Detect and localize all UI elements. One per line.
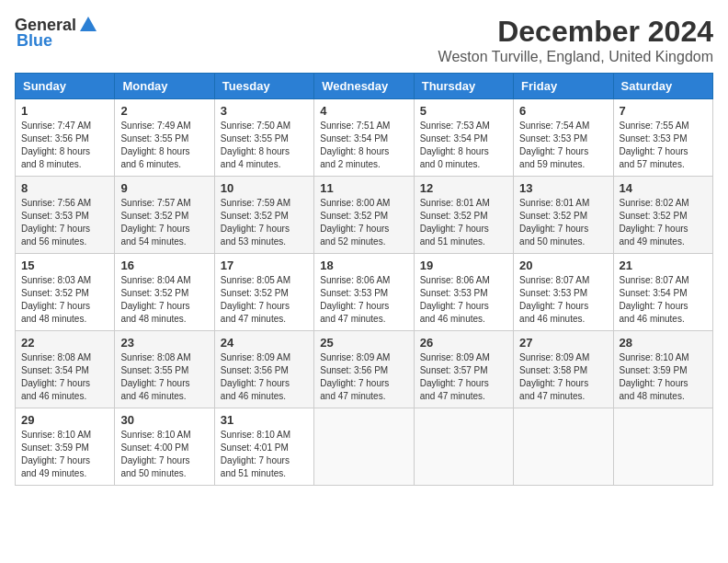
calendar-cell: 3Sunrise: 7:50 AM Sunset: 3:55 PM Daylig… bbox=[214, 99, 313, 177]
calendar-cell: 19Sunrise: 8:06 AM Sunset: 3:53 PM Dayli… bbox=[414, 254, 513, 331]
day-info: Sunrise: 8:10 AM Sunset: 4:01 PM Dayligh… bbox=[221, 429, 308, 480]
day-info: Sunrise: 8:05 AM Sunset: 3:52 PM Dayligh… bbox=[221, 274, 308, 326]
day-number: 25 bbox=[320, 336, 407, 350]
calendar-cell bbox=[414, 408, 513, 486]
calendar-cell: 8Sunrise: 7:56 AM Sunset: 3:53 PM Daylig… bbox=[16, 177, 115, 254]
calendar-week-row: 15Sunrise: 8:03 AM Sunset: 3:52 PM Dayli… bbox=[16, 254, 713, 331]
calendar-cell: 20Sunrise: 8:07 AM Sunset: 3:53 PM Dayli… bbox=[514, 254, 613, 331]
calendar-cell bbox=[514, 408, 613, 486]
day-info: Sunrise: 8:10 AM Sunset: 4:00 PM Dayligh… bbox=[120, 429, 208, 480]
calendar-cell bbox=[314, 408, 414, 486]
calendar-cell: 26Sunrise: 8:09 AM Sunset: 3:57 PM Dayli… bbox=[414, 331, 513, 408]
day-info: Sunrise: 8:09 AM Sunset: 3:58 PM Dayligh… bbox=[519, 351, 607, 403]
calendar-cell: 29Sunrise: 8:10 AM Sunset: 3:59 PM Dayli… bbox=[16, 408, 115, 486]
day-info: Sunrise: 7:55 AM Sunset: 3:53 PM Dayligh… bbox=[620, 120, 707, 171]
day-info: Sunrise: 8:00 AM Sunset: 3:52 PM Dayligh… bbox=[320, 197, 407, 248]
day-info: Sunrise: 8:02 AM Sunset: 3:52 PM Dayligh… bbox=[620, 197, 707, 248]
calendar-weekday-sunday: Sunday bbox=[16, 74, 115, 99]
calendar-cell: 21Sunrise: 8:07 AM Sunset: 3:54 PM Dayli… bbox=[613, 254, 712, 331]
calendar-cell: 11Sunrise: 8:00 AM Sunset: 3:52 PM Dayli… bbox=[314, 177, 414, 254]
day-number: 13 bbox=[519, 181, 607, 195]
title-block: December 2024 Weston Turville, England, … bbox=[438, 15, 713, 65]
calendar-cell: 27Sunrise: 8:09 AM Sunset: 3:58 PM Dayli… bbox=[514, 331, 613, 408]
day-info: Sunrise: 8:07 AM Sunset: 3:53 PM Dayligh… bbox=[519, 274, 607, 326]
calendar-cell: 17Sunrise: 8:05 AM Sunset: 3:52 PM Dayli… bbox=[214, 254, 313, 331]
day-info: Sunrise: 8:06 AM Sunset: 3:53 PM Dayligh… bbox=[320, 274, 407, 326]
calendar-weekday-friday: Friday bbox=[514, 74, 613, 99]
calendar-cell: 15Sunrise: 8:03 AM Sunset: 3:52 PM Dayli… bbox=[16, 254, 115, 331]
calendar-cell: 22Sunrise: 8:08 AM Sunset: 3:54 PM Dayli… bbox=[16, 331, 115, 408]
calendar-cell: 30Sunrise: 8:10 AM Sunset: 4:00 PM Dayli… bbox=[115, 408, 214, 486]
day-number: 3 bbox=[221, 104, 308, 118]
calendar-cell: 7Sunrise: 7:55 AM Sunset: 3:53 PM Daylig… bbox=[613, 99, 712, 177]
day-number: 1 bbox=[21, 104, 108, 118]
day-info: Sunrise: 8:09 AM Sunset: 3:56 PM Dayligh… bbox=[221, 351, 308, 403]
calendar-weekday-saturday: Saturday bbox=[613, 74, 712, 99]
day-number: 9 bbox=[120, 181, 208, 195]
calendar-cell: 14Sunrise: 8:02 AM Sunset: 3:52 PM Dayli… bbox=[613, 177, 712, 254]
calendar-cell: 4Sunrise: 7:51 AM Sunset: 3:54 PM Daylig… bbox=[314, 99, 414, 177]
day-number: 4 bbox=[320, 104, 407, 118]
calendar-cell: 16Sunrise: 8:04 AM Sunset: 3:52 PM Dayli… bbox=[115, 254, 214, 331]
day-number: 6 bbox=[519, 104, 607, 118]
logo: General Blue bbox=[15, 15, 100, 51]
day-info: Sunrise: 8:08 AM Sunset: 3:54 PM Dayligh… bbox=[21, 351, 108, 403]
day-number: 30 bbox=[120, 413, 208, 427]
svg-marker-0 bbox=[80, 17, 97, 31]
calendar-cell bbox=[613, 408, 712, 486]
day-number: 8 bbox=[21, 181, 108, 195]
month-title: December 2024 bbox=[438, 15, 713, 49]
day-number: 16 bbox=[120, 259, 208, 272]
day-info: Sunrise: 7:51 AM Sunset: 3:54 PM Dayligh… bbox=[320, 120, 407, 171]
day-number: 2 bbox=[120, 104, 208, 118]
day-info: Sunrise: 7:56 AM Sunset: 3:53 PM Dayligh… bbox=[21, 197, 108, 248]
day-info: Sunrise: 8:10 AM Sunset: 3:59 PM Dayligh… bbox=[21, 429, 108, 480]
day-number: 23 bbox=[120, 336, 208, 350]
day-number: 14 bbox=[620, 181, 707, 195]
day-info: Sunrise: 8:06 AM Sunset: 3:53 PM Dayligh… bbox=[420, 274, 507, 326]
calendar-table: SundayMondayTuesdayWednesdayThursdayFrid… bbox=[15, 73, 713, 486]
day-number: 26 bbox=[420, 336, 507, 350]
calendar-cell: 2Sunrise: 7:49 AM Sunset: 3:55 PM Daylig… bbox=[115, 99, 214, 177]
calendar-cell: 25Sunrise: 8:09 AM Sunset: 3:56 PM Dayli… bbox=[314, 331, 414, 408]
logo-icon bbox=[78, 15, 98, 35]
calendar-cell: 13Sunrise: 8:01 AM Sunset: 3:52 PM Dayli… bbox=[514, 177, 613, 254]
day-number: 15 bbox=[21, 259, 108, 272]
day-number: 31 bbox=[221, 413, 308, 427]
day-info: Sunrise: 7:57 AM Sunset: 3:52 PM Dayligh… bbox=[120, 197, 208, 248]
day-info: Sunrise: 7:54 AM Sunset: 3:53 PM Dayligh… bbox=[519, 120, 607, 171]
calendar-week-row: 1Sunrise: 7:47 AM Sunset: 3:56 PM Daylig… bbox=[16, 99, 713, 177]
day-info: Sunrise: 7:49 AM Sunset: 3:55 PM Dayligh… bbox=[120, 120, 208, 171]
calendar-weekday-monday: Monday bbox=[115, 74, 214, 99]
calendar-week-row: 29Sunrise: 8:10 AM Sunset: 3:59 PM Dayli… bbox=[16, 408, 713, 486]
calendar-cell: 5Sunrise: 7:53 AM Sunset: 3:54 PM Daylig… bbox=[414, 99, 513, 177]
calendar-cell: 12Sunrise: 8:01 AM Sunset: 3:52 PM Dayli… bbox=[414, 177, 513, 254]
day-number: 17 bbox=[221, 259, 308, 272]
calendar-cell: 31Sunrise: 8:10 AM Sunset: 4:01 PM Dayli… bbox=[214, 408, 313, 486]
logo-blue-text: Blue bbox=[17, 31, 52, 51]
day-number: 10 bbox=[221, 181, 308, 195]
day-number: 5 bbox=[420, 104, 507, 118]
calendar-cell: 28Sunrise: 8:10 AM Sunset: 3:59 PM Dayli… bbox=[613, 331, 712, 408]
day-number: 11 bbox=[320, 181, 407, 195]
calendar-cell: 18Sunrise: 8:06 AM Sunset: 3:53 PM Dayli… bbox=[314, 254, 414, 331]
calendar-weekday-thursday: Thursday bbox=[414, 74, 513, 99]
day-info: Sunrise: 7:59 AM Sunset: 3:52 PM Dayligh… bbox=[221, 197, 308, 248]
calendar-cell: 10Sunrise: 7:59 AM Sunset: 3:52 PM Dayli… bbox=[214, 177, 313, 254]
calendar-weekday-tuesday: Tuesday bbox=[214, 74, 313, 99]
day-info: Sunrise: 8:08 AM Sunset: 3:55 PM Dayligh… bbox=[120, 351, 208, 403]
calendar-cell: 24Sunrise: 8:09 AM Sunset: 3:56 PM Dayli… bbox=[214, 331, 313, 408]
day-info: Sunrise: 7:53 AM Sunset: 3:54 PM Dayligh… bbox=[420, 120, 507, 171]
calendar-cell: 23Sunrise: 8:08 AM Sunset: 3:55 PM Dayli… bbox=[115, 331, 214, 408]
day-number: 21 bbox=[620, 259, 707, 272]
calendar-body: 1Sunrise: 7:47 AM Sunset: 3:56 PM Daylig… bbox=[16, 99, 713, 486]
calendar-weekday-wednesday: Wednesday bbox=[314, 74, 414, 99]
location: Weston Turville, England, United Kingdom bbox=[438, 49, 713, 65]
day-info: Sunrise: 8:10 AM Sunset: 3:59 PM Dayligh… bbox=[620, 351, 707, 403]
day-number: 20 bbox=[519, 259, 607, 272]
day-info: Sunrise: 8:01 AM Sunset: 3:52 PM Dayligh… bbox=[519, 197, 607, 248]
calendar-cell: 6Sunrise: 7:54 AM Sunset: 3:53 PM Daylig… bbox=[514, 99, 613, 177]
calendar-cell: 9Sunrise: 7:57 AM Sunset: 3:52 PM Daylig… bbox=[115, 177, 214, 254]
day-number: 7 bbox=[620, 104, 707, 118]
day-number: 27 bbox=[519, 336, 607, 350]
